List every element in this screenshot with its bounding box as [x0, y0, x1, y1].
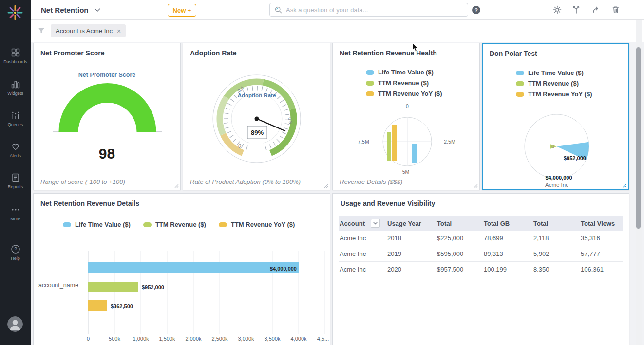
widget-footer: Rate of Product Adoption (0% to 100%): [190, 178, 301, 185]
trash-icon[interactable]: [611, 5, 620, 14]
widget-title: Usage and Revenue Visibility: [341, 200, 435, 207]
svg-text:7.5M: 7.5M: [358, 139, 369, 145]
pulse-branch-icon[interactable]: [572, 5, 581, 14]
column-label: Account: [340, 220, 365, 227]
chart-legend: Life Time Value ($) TTM Revenue ($) TTM …: [516, 69, 592, 98]
legend-item-yoy[interactable]: TTM Revenue YoY ($): [219, 221, 295, 228]
widget-title: Adoption Rate: [190, 49, 237, 57]
legend-swatch-icon: [516, 71, 524, 75]
search-bar[interactable]: [269, 3, 468, 17]
topbar: Net Retention New + ?: [31, 0, 644, 20]
app-logo-icon[interactable]: [5, 3, 25, 22]
sidebar-item-dashboards[interactable]: Dashboards: [0, 48, 31, 64]
scrollbar-thumb[interactable]: [636, 47, 641, 229]
svg-text:Adoption Rate: Adoption Rate: [238, 92, 276, 98]
svg-text:1,500k: 1,500k: [159, 336, 175, 342]
chevron-down-icon: [373, 222, 378, 225]
legend-item-ttm[interactable]: TTM Revenue ($): [143, 221, 206, 228]
legend-item-yoy[interactable]: TTM Revenue YoY ($): [366, 90, 442, 97]
table-header-total2: Total: [533, 220, 581, 227]
sidebar-item-alerts[interactable]: Alerts: [0, 142, 31, 158]
cell-account: Acme Inc: [339, 250, 387, 257]
widget-title: Net Retention Revenue Details: [40, 200, 139, 207]
filter-chip-account[interactable]: Account is Acme Inc ×: [51, 24, 126, 37]
legend-item-yoy[interactable]: TTM Revenue YoY ($): [516, 91, 592, 98]
cell-total-gb: 89,313: [484, 250, 533, 257]
cell-total-views: 35,316: [581, 235, 623, 242]
widget-net-promoter-score[interactable]: Net Promoter Score Net Promoter Score 98…: [33, 43, 181, 190]
table-header-total-gb: Total GB: [484, 220, 533, 227]
sidebar-label: Reports: [8, 184, 23, 189]
adoption-gauge-chart: 0.4 0.8 0 Adoption Rate 89%: [183, 70, 331, 167]
dashboard-title-dropdown[interactable]: Net Retention: [41, 0, 100, 20]
cell-total: $225,000: [437, 235, 484, 242]
svg-text:4,000k: 4,000k: [290, 336, 307, 342]
legend-item-ltv[interactable]: Life Time Value ($): [516, 69, 592, 76]
search-input[interactable]: [286, 6, 463, 14]
widget-title: Don Polar Test: [490, 50, 537, 57]
legend-label: TTM Revenue YoY ($): [528, 91, 592, 98]
chart-legend: Life Time Value ($) TTM Revenue ($) TTM …: [63, 221, 295, 228]
table-header-usage-year: Usage Year: [387, 220, 437, 227]
column-dropdown-button[interactable]: [371, 219, 380, 228]
sidebar-item-help[interactable]: ? Help: [0, 244, 31, 261]
filter-chip-close-icon[interactable]: ×: [117, 27, 121, 35]
legend-swatch-icon: [63, 222, 71, 227]
sidebar-item-reports[interactable]: Reports: [0, 173, 31, 189]
gauge-value: 98: [34, 145, 180, 162]
new-button[interactable]: New +: [168, 4, 196, 17]
svg-text:3,500k: 3,500k: [264, 336, 281, 342]
help-badge-icon[interactable]: ?: [472, 6, 480, 14]
resize-handle-icon[interactable]: [623, 183, 627, 188]
resize-handle-icon[interactable]: [474, 184, 478, 188]
sidebar-item-queries[interactable]: Queries: [0, 110, 31, 127]
legend-item-ltv[interactable]: Life Time Value ($): [366, 69, 442, 76]
help-glyph: ?: [474, 7, 478, 13]
settings-gear-icon[interactable]: [553, 5, 562, 14]
share-icon[interactable]: [592, 5, 601, 14]
legend-swatch-icon: [366, 91, 374, 96]
svg-text:0: 0: [87, 336, 90, 342]
filter-funnel-icon: [38, 27, 45, 35]
cell-total-gb: 100,199: [484, 266, 533, 273]
legend-item-ttm[interactable]: TTM Revenue ($): [516, 80, 592, 87]
svg-text:2.5M: 2.5M: [444, 139, 455, 145]
dashboard-canvas: Net Promoter Score Net Promoter Score 98…: [31, 42, 644, 345]
filter-bar: Account is Acme Inc ×: [31, 20, 644, 42]
svg-text:$4,000,000: $4,000,000: [545, 175, 572, 181]
cell-total2: 8,350: [533, 266, 581, 273]
table-header-row: Account Usage Year Total Total GB Total …: [339, 216, 623, 231]
svg-text:0: 0: [406, 103, 409, 109]
legend-swatch-icon: [366, 81, 374, 86]
svg-text:2,500k: 2,500k: [211, 336, 228, 342]
sidebar-item-more[interactable]: More: [0, 205, 31, 221]
topbar-divider: [210, 0, 210, 20]
sidebar-label: Help: [11, 256, 20, 261]
y-axis-label: account_name: [38, 282, 78, 289]
widget-don-polar-test[interactable]: Don Polar Test Life Time Value ($) TTM R…: [482, 43, 629, 190]
svg-text:$952,000: $952,000: [142, 284, 164, 290]
chevron-down-icon: [95, 8, 100, 12]
dashboard-title: Net Retention: [41, 6, 89, 14]
widget-revenue-details[interactable]: Net Retention Revenue Details Life Time …: [33, 193, 330, 345]
sidebar-label: Queries: [8, 122, 23, 127]
resize-handle-icon[interactable]: [324, 184, 328, 188]
resize-handle-icon[interactable]: [174, 184, 179, 188]
widget-revenue-health[interactable]: Net Retention Revenue Health Life Time V…: [332, 43, 480, 190]
person-icon: [7, 316, 23, 332]
more-icon: [11, 205, 20, 215]
svg-text:3,000k: 3,000k: [238, 336, 254, 342]
legend-item-ttm[interactable]: TTM Revenue ($): [366, 79, 442, 87]
cell-total: $957,500: [437, 266, 484, 273]
legend-label: TTM Revenue YoY ($): [231, 221, 295, 228]
sidebar-label: Dashboards: [3, 59, 27, 64]
user-avatar[interactable]: [7, 316, 23, 332]
svg-text:$362,500: $362,500: [111, 303, 133, 309]
widget-footer: Range of score (-100 to +100): [40, 178, 125, 185]
legend-item-ltv[interactable]: Life Time Value ($): [63, 221, 131, 228]
legend-swatch-icon: [366, 70, 374, 75]
sidebar-item-widgets[interactable]: Widgets: [0, 79, 31, 96]
widget-usage-revenue-table[interactable]: Usage and Revenue Visibility Account Usa…: [332, 193, 629, 345]
widget-adoption-rate[interactable]: Adoption Rate 0.4 0.8 0 Adoption Rate: [183, 43, 330, 190]
svg-text:Acme Inc: Acme Inc: [545, 182, 568, 188]
